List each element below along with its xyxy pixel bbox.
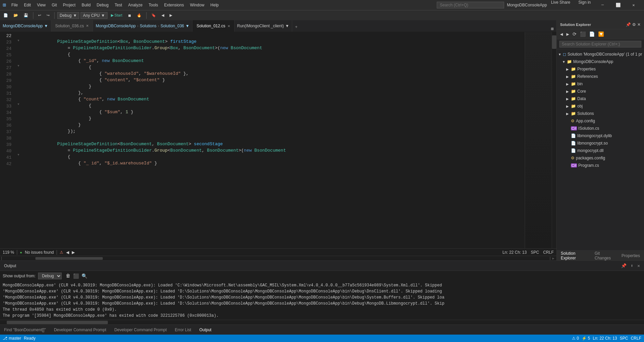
tab-close-solution-036[interactable]: ✕ bbox=[86, 24, 89, 28]
clear-btn[interactable]: 🗑 bbox=[66, 273, 70, 279]
undo-button[interactable]: ↩ bbox=[36, 12, 43, 18]
menu-test[interactable]: Test bbox=[112, 2, 125, 8]
se-item-project[interactable]: ▼ 📁 MongoDBConsoleApp bbox=[557, 58, 644, 65]
se-item-isolution[interactable]: C# ISolution.cs bbox=[557, 125, 644, 132]
search-input[interactable] bbox=[437, 2, 504, 8]
bookmark-button[interactable]: 🔖 bbox=[149, 12, 158, 18]
se-item-solutions[interactable]: ▶ 📁 Solutions bbox=[557, 110, 644, 117]
se-item-data[interactable]: ▶ 📁 Data bbox=[557, 95, 644, 102]
se-item-program[interactable]: C# Program.cs bbox=[557, 162, 644, 169]
wrap-btn[interactable]: ⬛ bbox=[73, 273, 79, 279]
se-item-bin[interactable]: ▶ 📁 bin bbox=[557, 80, 644, 88]
se-item-packages[interactable]: ⚙ packages.config bbox=[557, 154, 644, 162]
se-item-mongocrypt[interactable]: 📄 mongocrypt.dll bbox=[557, 147, 644, 154]
se-tab-solution-explorer[interactable]: Solution Explorer bbox=[557, 251, 590, 261]
git-branch[interactable]: ⎇ master bbox=[3, 336, 21, 341]
code-editor[interactable]: 22 23 24 25 26 27 28 29 30 31 32 33 34 3… bbox=[0, 32, 556, 248]
attach-button[interactable]: 🔥 bbox=[135, 12, 144, 18]
nav-next-button[interactable]: ▶ bbox=[167, 12, 174, 18]
stop-button[interactable]: ⏹ bbox=[126, 13, 133, 18]
se-close-button[interactable]: ✕ bbox=[637, 22, 641, 27]
tab-close-solution-012[interactable]: ✕ bbox=[227, 24, 230, 28]
se-item-solution[interactable]: ▼ ◻ Solution 'MongoDBConsoleApp' (1 of 1… bbox=[557, 51, 644, 58]
fold-26[interactable]: ▼ bbox=[18, 64, 19, 68]
tab-solution-012[interactable]: Solution_012.cs ✕ bbox=[192, 20, 234, 32]
menu-file[interactable]: File bbox=[9, 2, 21, 8]
save-button[interactable]: 💾 bbox=[22, 12, 30, 18]
tab-dev-prompt-1[interactable]: Developer Command Prompt bbox=[50, 325, 110, 335]
se-item-properties[interactable]: ▶ 📁 Properties bbox=[557, 65, 644, 73]
horizontal-scrollbar[interactable]: ▶ bbox=[0, 256, 556, 260]
zoom-level[interactable]: 119 % bbox=[3, 250, 14, 255]
tab-find-bsondoc[interactable]: Find "BsonDocument[]" bbox=[0, 325, 50, 335]
run-method-dropdown[interactable]: Run(IMongoClient _client) ▼ bbox=[235, 20, 293, 32]
se-collapse-btn[interactable]: ⬛ bbox=[579, 31, 587, 38]
error-nav-next[interactable]: ▶ bbox=[72, 250, 75, 255]
output-h-thumb[interactable] bbox=[7, 321, 108, 324]
se-settings-button[interactable]: ⚙ bbox=[632, 22, 636, 27]
menu-window[interactable]: Window bbox=[187, 2, 207, 8]
output-pin-btn[interactable]: 📌 bbox=[620, 262, 628, 269]
menu-help[interactable]: Help bbox=[208, 2, 221, 8]
se-item-libdylib[interactable]: 📄 libmongocrypt.dylib bbox=[557, 132, 644, 139]
find-btn[interactable]: 🔍 bbox=[82, 273, 87, 279]
menu-tools[interactable]: Tools bbox=[146, 2, 161, 8]
live-share-button[interactable]: Live Share bbox=[547, 0, 574, 10]
menu-project[interactable]: Project bbox=[60, 2, 78, 8]
se-item-core[interactable]: ▶ 📁 Core bbox=[557, 88, 644, 95]
tab-solution-036[interactable]: Solution_036.cs ✕ bbox=[51, 20, 93, 32]
start-button[interactable]: ▶ Start bbox=[109, 12, 124, 18]
open-button[interactable]: 📂 bbox=[11, 12, 20, 18]
redo-button[interactable]: ↪ bbox=[44, 12, 52, 18]
minimize-button[interactable]: — bbox=[595, 0, 610, 10]
output-h-scrollbar[interactable] bbox=[0, 320, 644, 324]
se-pin-button[interactable]: 📌 bbox=[626, 22, 631, 27]
se-item-appconfig[interactable]: ⚙ App.config bbox=[557, 117, 644, 125]
nav-prev-button[interactable]: ◀ bbox=[159, 12, 166, 18]
se-search-input[interactable] bbox=[559, 41, 641, 48]
error-nav-prev[interactable]: ◀ bbox=[66, 250, 69, 255]
add-tab-button[interactable]: + bbox=[292, 23, 300, 32]
output-source-select[interactable]: Debug bbox=[38, 273, 62, 279]
se-item-references[interactable]: ▶ 📁 References bbox=[557, 73, 644, 80]
output-content[interactable]: MongoDBConsoleApp.exe' (CLR v4.0.30319: … bbox=[0, 281, 644, 320]
se-new-file-btn[interactable]: 📄 bbox=[588, 31, 596, 38]
output-expand-btn[interactable]: ⬆ bbox=[629, 262, 635, 269]
sign-in-button[interactable]: Sign in bbox=[574, 0, 595, 10]
se-item-libso[interactable]: 📄 libmongocrypt.so bbox=[557, 139, 644, 147]
close-button[interactable]: ✕ bbox=[626, 0, 641, 10]
se-filter-btn[interactable]: 🔽 bbox=[597, 31, 605, 38]
tab-dev-prompt-2[interactable]: Developer Command Prompt bbox=[110, 325, 171, 335]
vertical-scrollbar[interactable] bbox=[552, 32, 556, 248]
scroll-thumb[interactable] bbox=[552, 35, 556, 49]
split-editor-button[interactable]: ⊞ bbox=[548, 26, 556, 32]
menu-analyze[interactable]: Analyze bbox=[125, 2, 145, 8]
fold-24[interactable]: ▼ bbox=[18, 39, 19, 42]
debug-dropdown[interactable]: Debug ▼ bbox=[57, 12, 79, 19]
menu-extensions[interactable]: Extensions bbox=[161, 2, 187, 8]
tab-output[interactable]: Output bbox=[195, 325, 215, 335]
fold-39[interactable]: ▼ bbox=[18, 153, 19, 157]
se-refresh-btn[interactable]: ⟳ bbox=[571, 31, 578, 38]
output-close-btn[interactable]: ✕ bbox=[636, 262, 641, 269]
code-content[interactable]: PipelineStageDefinition<Box, BsonDocumen… bbox=[23, 32, 525, 248]
menu-view[interactable]: View bbox=[34, 2, 49, 8]
se-back-btn[interactable]: ◀ bbox=[559, 31, 564, 38]
h-scroll-thumb[interactable] bbox=[35, 257, 103, 260]
menu-debug[interactable]: Debug bbox=[94, 2, 111, 8]
se-item-obj[interactable]: ▶ 📁 obj bbox=[557, 102, 644, 110]
se-tab-properties[interactable]: Properties bbox=[617, 251, 644, 261]
file-dropdown[interactable]: MongoDBConsoleApp ▼ bbox=[0, 20, 51, 32]
cpu-dropdown[interactable]: Any CPU ▼ bbox=[81, 12, 107, 19]
se-tab-git-changes[interactable]: Git Changes bbox=[590, 251, 617, 261]
scroll-right-btn[interactable]: ▶ bbox=[550, 256, 556, 260]
se-forward-btn[interactable]: ▶ bbox=[565, 31, 570, 38]
fold-32[interactable]: ▼ bbox=[18, 103, 19, 106]
h-scroll-track[interactable] bbox=[2, 257, 550, 260]
menu-git[interactable]: Git bbox=[49, 2, 59, 8]
menu-build[interactable]: Build bbox=[79, 2, 93, 8]
method-dropdown[interactable]: MongoDBConsoleApp › Solutions › Solution… bbox=[93, 20, 192, 32]
menu-edit[interactable]: Edit bbox=[21, 2, 34, 8]
tab-error-list[interactable]: Error List bbox=[171, 325, 195, 335]
maximize-button[interactable]: ⬜ bbox=[610, 0, 626, 10]
